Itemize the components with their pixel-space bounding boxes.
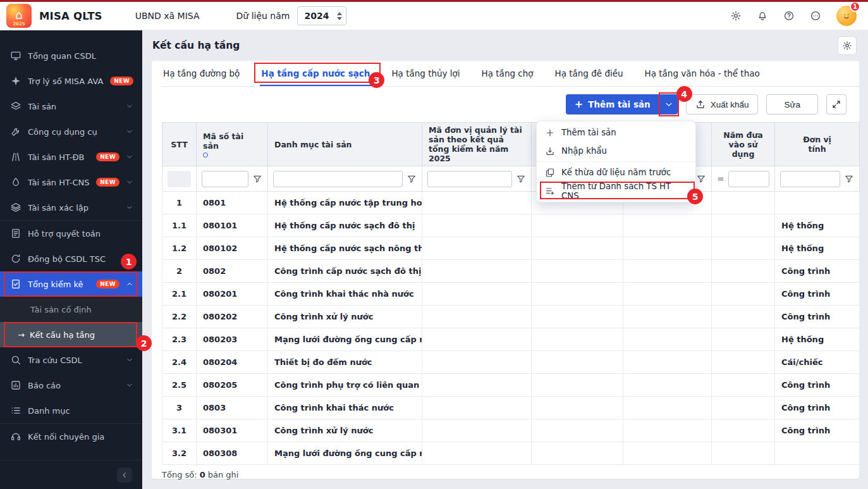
sidebar-subitem-tai-san-co-dinh[interactable]: Tài sản cố định: [0, 297, 142, 322]
col-header-ma-so-tai-san[interactable]: Mã số tài sản: [197, 123, 268, 166]
sidebar-item-tra-cuu-csdl[interactable]: Tra cứu CSDL: [0, 347, 142, 373]
filter-input-category[interactable]: [273, 171, 403, 187]
filter-input-code[interactable]: [202, 171, 248, 187]
sidebar-item-ket-noi-chuyen-gia[interactable]: Kết nối chuyên gia: [0, 424, 142, 449]
table-row[interactable]: 10801Hệ thống cấp nước tập trung hoà...: [162, 192, 860, 214]
add-from-list-icon: [545, 186, 555, 196]
col-header-stt[interactable]: STT: [162, 123, 197, 166]
sidebar-collapse-button[interactable]: [117, 467, 132, 483]
sidebar-item-ho-tro-quyet-toan[interactable]: Hỗ trợ quyết toán: [0, 221, 142, 246]
sidebar-item-tai-san-ht-cns[interactable]: Tài sản HT-CNS NEW: [0, 170, 142, 195]
help-icon[interactable]: [782, 9, 796, 23]
chevron-down-icon: [126, 204, 133, 211]
chevron-up-icon: [126, 280, 133, 288]
edit-button[interactable]: Sửa: [766, 94, 818, 115]
expand-icon: [831, 99, 841, 109]
year-selector[interactable]: 2024: [297, 6, 346, 25]
filter-funnel-icon[interactable]: [696, 174, 706, 184]
table-row[interactable]: 1.2080102Hệ thống cấp nước sạch nông thô…: [162, 237, 860, 260]
col-header-nam-su-dung[interactable]: Năm đưa vào sử dụng: [712, 123, 775, 166]
house-icon: ⌂: [15, 9, 23, 21]
tab-ha-tang-van-hoa-the-thao[interactable]: Hạ tầng văn hóa - thể thao: [644, 61, 761, 86]
page-settings-gear-button[interactable]: [838, 36, 857, 55]
filter-input-unit[interactable]: [780, 171, 840, 187]
col-header-don-vi-tinh[interactable]: Đơn vị tính: [775, 123, 860, 166]
filter-input-unit-code[interactable]: [427, 171, 512, 187]
topbar: ⌂ 2025 MISA QLTS UBND xã MISA Dữ liệu nă…: [0, 0, 868, 30]
assets-layers-icon: [10, 101, 21, 112]
inventory-check-icon: [10, 278, 21, 290]
filter-funnel-icon[interactable]: [516, 174, 526, 184]
tab-ha-tang-cap-nuoc-sach[interactable]: Hạ tầng cấp nước sạch 3: [260, 61, 371, 86]
chevron-down-icon: [126, 153, 133, 161]
sidebar-item-tro-ly-so-ava[interactable]: Trợ lý số MISA AVA NEW: [0, 68, 142, 94]
bar-chart-icon: [10, 380, 21, 391]
sidebar-item-dong-bo-csdl-tsc[interactable]: Đồng bộ CSDL TSC: [0, 246, 142, 271]
tab-ha-tang-de-dieu[interactable]: Hạ tầng đê điều: [554, 61, 625, 86]
main-content: Kết cấu hạ tầng Hạ tầng đường bộ Hạ tầng…: [142, 30, 868, 489]
table-row[interactable]: 3.1080301Công trình xử lý nướcCông trình: [162, 419, 860, 442]
table-row[interactable]: 2.4080204Thiết bị đo đếm nướcCái/chiếc: [162, 351, 860, 374]
table-row[interactable]: 30803Công trình khai thác nướcCông trình: [162, 397, 860, 419]
filter-funnel-icon[interactable]: [844, 174, 854, 184]
year-stepper-icon[interactable]: [337, 12, 342, 20]
settings-icon[interactable]: [729, 9, 743, 23]
notification-count-badge: 1: [850, 1, 860, 12]
export-icon: [695, 99, 706, 109]
export-button[interactable]: Xuất khẩu: [686, 94, 759, 115]
filter-funnel-icon[interactable]: [406, 174, 417, 184]
table-row[interactable]: 2.2080202Công trình xử lý nướcCông trình: [162, 306, 860, 328]
table-row[interactable]: 2.5080205Công trình phụ trợ có liên quan…: [162, 374, 860, 397]
tab-ha-tang-cho[interactable]: Hạ tầng chợ: [480, 61, 535, 86]
misa-logo: ⌂ 2025: [6, 4, 32, 28]
active-arrow-icon: →: [18, 330, 25, 340]
plus-icon: [545, 128, 555, 138]
menu-item-ke-thua-du-lieu[interactable]: Kế thừa dữ liệu năm trước: [537, 163, 695, 182]
chevron-down-icon: [126, 356, 133, 364]
notifications-bell-icon[interactable]: [755, 9, 769, 23]
add-asset-dropdown-toggle[interactable]: 4: [659, 94, 678, 115]
sparkle-icon: [10, 75, 21, 87]
sidebar-item-danh-muc[interactable]: Danh mục: [0, 398, 142, 423]
chevron-down-icon: [126, 381, 133, 389]
filter-cell-year: =: [712, 166, 775, 192]
table-row[interactable]: 2.1080201Công trình khai thác nhà nướcCô…: [162, 283, 860, 306]
filter-funnel-icon[interactable]: [252, 174, 262, 184]
sidebar-item-tai-san-ht-db[interactable]: Tài sản HT-ĐB NEW: [0, 144, 142, 170]
chevron-down-icon: [126, 178, 133, 186]
headset-icon: [10, 431, 21, 442]
sidebar-item-tai-san[interactable]: Tài sản: [0, 94, 142, 119]
menu-item-them-tai-san[interactable]: Thêm tài sản: [537, 123, 695, 142]
table-row[interactable]: 3.2080308Mạng lưới đường ống cung cấp n.…: [162, 442, 860, 465]
filter-input-year[interactable]: [728, 171, 769, 187]
sidebar-item-bao-cao[interactable]: Báo cáo: [0, 373, 142, 398]
fullscreen-expand-button[interactable]: [826, 94, 847, 115]
menu-item-nhap-khau[interactable]: Nhập khẩu: [537, 142, 695, 160]
new-badge: NEW: [96, 178, 119, 187]
filter-cell-code: [197, 166, 268, 192]
year-value: 2024: [304, 11, 337, 21]
sidebar-item-cong-cu-dung-cu[interactable]: Công cụ dụng cụ: [0, 119, 142, 144]
record-count-footer: Tổng số: 0 bản ghi: [162, 470, 859, 480]
table-row[interactable]: 2.3080203Mạng lưới đường ống cung cấp n.…: [162, 328, 860, 351]
col-header-danh-muc-tai-san[interactable]: Danh mục tài sản: [268, 123, 422, 166]
table-row[interactable]: 1.1080101Hệ thống cấp nước sạch đô thịHệ…: [162, 214, 860, 237]
infrastructure-tabs: Hạ tầng đường bộ Hạ tầng cấp nước sạch 3…: [162, 61, 859, 87]
add-asset-button[interactable]: + Thêm tài sản: [566, 94, 659, 115]
table-row[interactable]: 20802Công trình cấp nước sạch đô thịCông…: [162, 260, 860, 283]
stack-icon: [10, 202, 21, 213]
sidebar-item-tai-san-xac-lap[interactable]: Tài sản xác lập: [0, 195, 142, 220]
sync-icon: [10, 253, 21, 264]
inherit-data-icon: [545, 168, 555, 178]
menu-item-them-tu-danh-sach-ts-ht-cns[interactable]: Thêm từ Danh sách TS HT CNS 5: [537, 182, 695, 200]
equals-operator[interactable]: =: [717, 174, 724, 183]
sidebar-item-tong-quan-csdl[interactable]: Tổng quan CSDL: [0, 43, 142, 68]
tab-ha-tang-thuy-loi[interactable]: Hạ tầng thủy lợi: [390, 61, 461, 86]
more-options-icon[interactable]: [809, 9, 822, 23]
filter-cell-category: [268, 166, 422, 192]
sidebar-item-tong-kiem-ke[interactable]: Tổng kiểm kê NEW 1: [0, 271, 142, 297]
sidebar-subitem-ket-cau-ha-tang[interactable]: → Kết cấu hạ tầng 2: [0, 322, 142, 347]
col-header-ma-don-vi[interactable]: Mã đơn vị quản lý tài sản theo kết quả t…: [422, 123, 532, 166]
toolbar: + Thêm tài sản 4 Xuất khẩu Sửa: [162, 87, 859, 122]
tab-ha-tang-duong-bo[interactable]: Hạ tầng đường bộ: [162, 61, 241, 86]
